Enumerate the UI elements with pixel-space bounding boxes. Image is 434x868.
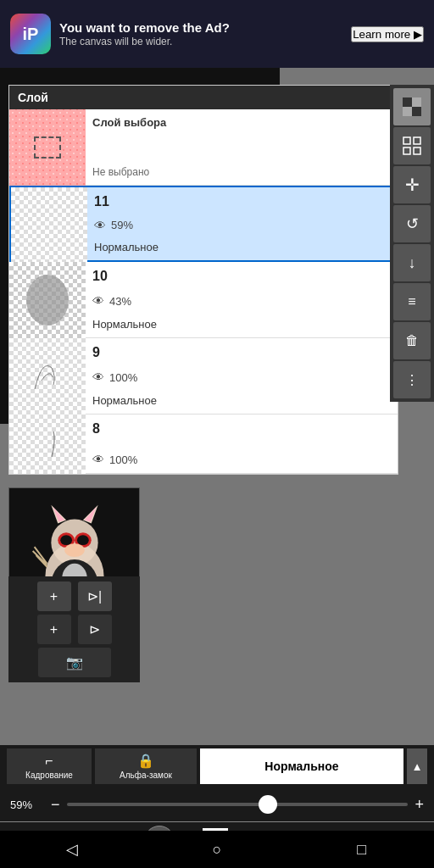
rotate-tool[interactable]: ↺ xyxy=(393,205,431,242)
ad-banner: iP You want to remove the Ad? The canvas… xyxy=(0,0,434,68)
layer-opacity-8: 👁 100% xyxy=(92,453,391,466)
down-tool[interactable]: ↓ xyxy=(393,244,431,281)
layer-8-content xyxy=(9,415,86,474)
blend-mode-selector[interactable]: Нормальное xyxy=(200,748,403,784)
visibility-icon-11[interactable]: 👁 xyxy=(94,219,106,232)
move-icon: ✛ xyxy=(405,175,420,195)
grid-tool[interactable] xyxy=(393,127,431,164)
layer-row-10[interactable]: 10 👁 43% Нормальное xyxy=(9,262,398,338)
move-tool[interactable]: ✛ xyxy=(393,166,431,203)
camera-icon: 📷 xyxy=(66,654,83,670)
svg-rect-2 xyxy=(412,107,421,116)
checkerboard-tool[interactable] xyxy=(393,88,431,125)
ad-title: You want to remove the Ad? xyxy=(59,20,342,36)
layer-info-8: 8 👁 100% xyxy=(86,415,398,473)
layer-9-sketch xyxy=(9,338,86,415)
android-recent-icon: □ xyxy=(357,841,366,859)
toolbar-row-1: + ⊳| xyxy=(14,581,135,611)
layer-thumb-11 xyxy=(11,187,87,264)
lines-tool[interactable]: ≡ xyxy=(393,283,431,320)
more-icon: ⋮ xyxy=(405,372,419,388)
svg-rect-3 xyxy=(412,97,421,107)
selection-dashed-rect xyxy=(34,136,61,159)
layer-thumb-bg-10 xyxy=(9,262,86,338)
visibility-icon-10[interactable]: 👁 xyxy=(92,294,104,308)
duplicate-icon: ⊳| xyxy=(87,588,102,604)
opacity-slider-track[interactable] xyxy=(67,803,409,806)
layer-number-9: 9 xyxy=(92,345,391,360)
layer-blend-11: Нормальное xyxy=(94,241,389,253)
alpha-label: Альфа-замок xyxy=(120,771,172,780)
camera-button[interactable]: 📷 xyxy=(38,648,111,677)
add-group-icon: + xyxy=(50,622,58,637)
opacity-label: 59% xyxy=(10,798,44,811)
toolbar-row-3: 📷 xyxy=(14,648,135,677)
android-home-icon: ○ xyxy=(213,841,222,859)
layer-thumb-bg-9 xyxy=(9,338,86,415)
android-navigation: ◁ ○ □ xyxy=(0,831,434,868)
android-recent-button[interactable]: □ xyxy=(341,832,383,866)
layers-header: Слой xyxy=(9,86,398,109)
layer-row-8[interactable]: 8 👁 100% xyxy=(9,415,398,474)
layer-blend-10: Нормальное xyxy=(92,318,391,331)
blend-mode-arrow[interactable]: ▲ xyxy=(407,748,427,784)
layer-number-8: 8 xyxy=(92,421,391,437)
layer-opacity-11: 👁 59% xyxy=(94,219,389,232)
merge-icon: ⊳ xyxy=(89,621,100,637)
layers-list: Слой выбора Не выбрано 11 👁 59% xyxy=(9,109,398,474)
opacity-bar: 59% − + xyxy=(0,787,434,821)
merge-button[interactable]: ⊳ xyxy=(78,615,112,644)
ad-icon-letter: iP xyxy=(23,25,39,44)
delete-tool[interactable]: 🗑 xyxy=(393,322,431,359)
grid-icon xyxy=(403,136,421,155)
add-layer-button[interactable]: + xyxy=(37,581,71,611)
lines-icon: ≡ xyxy=(408,294,415,309)
alpha-icon: 🔒 xyxy=(137,753,154,769)
layer-info-10: 10 👁 43% Нормальное xyxy=(86,262,398,337)
ad-app-icon: iP xyxy=(10,14,51,54)
app-area: Слой Слой выбора Не выбрано xyxy=(0,68,434,805)
checkerboard-icon xyxy=(403,97,421,116)
android-back-button[interactable]: ◁ xyxy=(51,832,93,866)
crop-button[interactable]: ⌐ Кадрование xyxy=(7,748,92,784)
learn-more-button[interactable]: Learn more ▶ xyxy=(351,26,424,42)
add-group-button[interactable]: + xyxy=(37,615,71,644)
opacity-minus-button[interactable]: − xyxy=(51,796,60,814)
selection-layer-row[interactable]: Слой выбора Не выбрано xyxy=(9,109,398,186)
crop-icon: ⌐ xyxy=(45,754,53,769)
layer-row-9[interactable]: 9 👁 100% Нормальное xyxy=(9,338,398,415)
selection-layer-thumb xyxy=(9,109,86,186)
layers-content: Слой выбора Не выбрано 11 👁 59% xyxy=(9,109,398,474)
rotate-icon: ↺ xyxy=(406,214,419,233)
opacity-value-10: 43% xyxy=(109,295,131,308)
svg-rect-7 xyxy=(403,147,410,154)
opacity-slider-thumb[interactable] xyxy=(259,795,277,814)
selection-layer-info: Слой выбора Не выбрано xyxy=(86,109,398,185)
android-back-icon: ◁ xyxy=(66,840,78,859)
alpha-lock-button[interactable]: 🔒 Альфа-замок xyxy=(95,748,197,784)
selection-thumb-bg xyxy=(9,109,86,186)
svg-point-11 xyxy=(51,520,97,566)
selection-layer-sub: Не выбрано xyxy=(92,166,391,178)
opacity-value-9: 100% xyxy=(109,371,137,384)
android-home-button[interactable]: ○ xyxy=(196,832,238,866)
plus-icon: + xyxy=(50,589,58,604)
opacity-value-11: 59% xyxy=(111,219,133,231)
visibility-icon-9[interactable]: 👁 xyxy=(92,370,104,384)
visibility-icon-8[interactable]: 👁 xyxy=(92,453,104,466)
layer-row-11[interactable]: 11 👁 59% Нормальное xyxy=(9,186,398,262)
layer-number-11: 11 xyxy=(94,194,389,209)
layer-opacity-9: 👁 100% xyxy=(92,370,391,384)
more-tool[interactable]: ⋮ xyxy=(393,361,431,398)
svg-point-20 xyxy=(64,543,85,557)
layer-info-9: 9 👁 100% Нормальное xyxy=(86,338,398,414)
duplicate-layer-button[interactable]: ⊳| xyxy=(78,581,112,611)
svg-rect-1 xyxy=(403,97,412,107)
layer-thumb-bg-11 xyxy=(11,187,87,264)
layer-thumb-8 xyxy=(9,415,86,474)
crop-label: Кадрование xyxy=(25,771,73,780)
layer-thumb-bg-8 xyxy=(9,415,86,474)
layer-thumb-9 xyxy=(9,338,86,415)
opacity-plus-button[interactable]: + xyxy=(415,796,424,814)
right-sidebar: ✛ ↺ ↓ ≡ 🗑 ⋮ xyxy=(390,85,434,402)
